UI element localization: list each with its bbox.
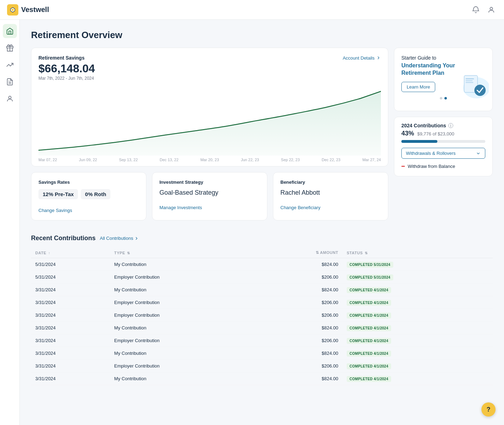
sidebar-item-profile[interactable] xyxy=(3,92,17,106)
all-contributions-link[interactable]: All Contributions xyxy=(100,236,139,241)
logo-icon xyxy=(7,4,18,16)
cell-date: 5/31/2024 xyxy=(31,258,110,271)
learn-more-button[interactable]: Learn More xyxy=(401,82,435,92)
investment-card: Investment Strategy Goal-Based Strategy … xyxy=(152,172,267,220)
beneficiary-card: Beneficiary Rachel Abbott Change Benefic… xyxy=(273,172,388,220)
cell-type: Employer Contribution xyxy=(110,334,257,347)
chart-x-label: Mar 20, 23 xyxy=(200,158,219,162)
savings-header: Retirement Savings Account Details xyxy=(38,55,381,61)
notification-icon[interactable] xyxy=(470,4,481,16)
cell-type: My Contribution xyxy=(110,284,257,296)
progress-bar-fill xyxy=(401,140,437,143)
change-beneficiary-link[interactable]: Change Beneficiary xyxy=(280,205,381,210)
status-badge: COMPLETED 4/1/2024 xyxy=(347,300,391,306)
withdraw-indicator xyxy=(401,166,405,167)
table-row: 3/31/2024My Contribution$824.00COMPLETED… xyxy=(31,284,493,296)
table-body: 5/31/2024My Contribution$824.00COMPLETED… xyxy=(31,258,493,385)
table-row: 3/31/2024My Contribution$824.00COMPLETED… xyxy=(31,322,493,334)
chart-area xyxy=(38,85,381,156)
chart-x-label: Mar 27, 24 xyxy=(362,158,381,162)
chart-x-label: Dec 22, 23 xyxy=(322,158,340,162)
guide-dot-2[interactable] xyxy=(444,97,447,99)
sidebar-item-investments[interactable] xyxy=(3,58,17,72)
sidebar-item-home[interactable] xyxy=(3,24,17,38)
cell-date: 3/31/2024 xyxy=(31,360,110,372)
cell-date: 3/31/2024 xyxy=(31,322,110,334)
info-icon[interactable]: i xyxy=(448,123,453,128)
cell-status: COMPLETED 4/1/2024 xyxy=(342,284,493,296)
sidebar-item-documents[interactable] xyxy=(3,75,17,89)
table-row: 3/31/2024My Contribution$824.00COMPLETED… xyxy=(31,347,493,360)
cell-amount: $824.00 xyxy=(257,322,342,334)
section-title: Recent Contributions xyxy=(31,235,96,242)
chart-x-label: Sep 22, 23 xyxy=(281,158,300,162)
recent-contributions-section: Recent Contributions All Contributions D… xyxy=(31,235,493,385)
beneficiary-name: Rachel Abbott xyxy=(280,189,381,196)
sidebar-item-savings[interactable] xyxy=(3,41,17,55)
savings-label: Retirement Savings xyxy=(38,55,85,61)
contributions-title: 2024 Contributions i xyxy=(401,123,485,128)
svg-rect-9 xyxy=(466,80,473,81)
cell-type: Employer Contribution xyxy=(110,271,257,284)
roth-rate: 0% Roth xyxy=(81,189,110,199)
chart-x-label: Jun 22, 23 xyxy=(241,158,259,162)
cell-amount: $824.00 xyxy=(257,258,342,271)
cell-amount: $206.00 xyxy=(257,271,342,284)
progress-bar-bg xyxy=(401,140,485,143)
cell-status: COMPLETED 4/1/2024 xyxy=(342,360,493,372)
contributions-table: DATE ↑ TYPE ⇅ ⇅ AMOUNT STATUS ⇅ 5/31/202… xyxy=(31,248,493,385)
cell-amount: $206.00 xyxy=(257,360,342,372)
savings-amount: $66,148.04 xyxy=(38,62,381,75)
col-status[interactable]: STATUS ⇅ xyxy=(342,248,493,258)
col-amount[interactable]: ⇅ AMOUNT xyxy=(257,248,342,258)
cell-type: My Contribution xyxy=(110,258,257,271)
svg-point-5 xyxy=(8,96,11,99)
cell-date: 5/31/2024 xyxy=(31,271,110,284)
cell-type: Employer Contribution xyxy=(110,360,257,372)
pretax-rate: 12% Pre-Tax xyxy=(38,189,78,199)
table-row: 3/31/2024Employer Contribution$206.00COM… xyxy=(31,360,493,372)
beneficiary-label: Beneficiary xyxy=(280,180,381,185)
help-button[interactable]: ? xyxy=(481,402,496,417)
status-badge: COMPLETED 4/1/2024 xyxy=(347,325,391,331)
cell-amount: $206.00 xyxy=(257,309,342,322)
guide-card: Starter Guide to Understanding Your Reti… xyxy=(394,48,493,111)
contributions-card: 2024 Contributions i 43% $9,776 of $23,0… xyxy=(394,117,493,176)
manage-investments-link[interactable]: Manage Investments xyxy=(159,205,260,210)
status-badge: COMPLETED 5/31/2024 xyxy=(347,262,393,268)
table-header: DATE ↑ TYPE ⇅ ⇅ AMOUNT STATUS ⇅ xyxy=(31,248,493,258)
table-row: 3/31/2024Employer Contribution$206.00COM… xyxy=(31,334,493,347)
savings-rates-card: Savings Rates 12% Pre-Tax 0% Roth Change… xyxy=(31,172,146,220)
savings-rates-label: Savings Rates xyxy=(38,180,139,185)
investment-label: Investment Strategy xyxy=(159,180,260,185)
status-badge: COMPLETED 4/1/2024 xyxy=(347,338,391,344)
col-type[interactable]: TYPE ⇅ xyxy=(110,248,257,258)
chart-x-label: Dec 13, 22 xyxy=(160,158,178,162)
logo: Vestwell xyxy=(7,4,49,16)
svg-point-11 xyxy=(474,85,486,96)
status-badge: COMPLETED 4/1/2024 xyxy=(347,363,391,369)
cell-status: COMPLETED 5/31/2024 xyxy=(342,258,493,271)
table-row: 5/31/2024Employer Contribution$206.00COM… xyxy=(31,271,493,284)
savings-chart xyxy=(38,85,381,156)
strategy-text: Goal-Based Strategy xyxy=(159,189,260,196)
guide-dot-1[interactable] xyxy=(440,97,442,99)
user-icon[interactable] xyxy=(486,4,497,16)
account-details-link[interactable]: Account Details xyxy=(343,55,381,61)
cell-amount: $824.00 xyxy=(257,372,342,385)
savings-date: Mar 7th, 2022 - Jun 7th, 2024 xyxy=(38,76,381,81)
cell-amount: $206.00 xyxy=(257,334,342,347)
cell-amount: $824.00 xyxy=(257,347,342,360)
chart-x-label: Sep 13, 22 xyxy=(119,158,138,162)
page-title: Retirement Overview xyxy=(31,30,493,41)
sidebar xyxy=(0,20,20,425)
withdrawals-dropdown[interactable]: Withdrawals & Rollovers xyxy=(401,148,485,159)
cell-type: My Contribution xyxy=(110,347,257,360)
cell-type: Employer Contribution xyxy=(110,296,257,309)
chart-x-label: Mar 07, 22 xyxy=(38,158,57,162)
table-row: 3/31/2024Employer Contribution$206.00COM… xyxy=(31,309,493,322)
change-savings-link[interactable]: Change Savings xyxy=(38,208,139,213)
col-date[interactable]: DATE ↑ xyxy=(31,248,110,258)
guide-illustration xyxy=(457,68,489,100)
cell-amount: $206.00 xyxy=(257,296,342,309)
